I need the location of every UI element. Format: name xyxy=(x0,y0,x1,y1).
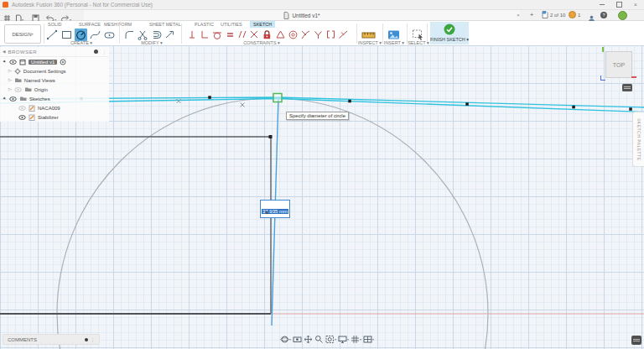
maximize-button[interactable] xyxy=(610,0,627,9)
y-axis-indicator xyxy=(602,47,604,52)
viewports-icon[interactable]: ▾ xyxy=(363,335,374,344)
curvature-constraint-icon[interactable] xyxy=(299,29,312,41)
line-tool-icon[interactable] xyxy=(46,29,59,41)
tab-utilities[interactable]: UTILITIES xyxy=(221,21,242,28)
grid-snaps-icon[interactable]: ▾ xyxy=(351,335,361,344)
bottom-right-panel-icon[interactable] xyxy=(631,336,641,345)
offset-tool-icon[interactable] xyxy=(150,29,163,41)
fit-icon[interactable]: ▾ xyxy=(325,335,336,344)
tree-item-label[interactable]: Untitled v1 xyxy=(29,60,57,65)
tree-item-named-views[interactable]: ▷ Named Views xyxy=(0,76,109,85)
sketch-palette-tab[interactable]: SKETCH PALETTE xyxy=(632,112,644,167)
document-tab[interactable]: Untitled v1* xyxy=(84,10,520,20)
equal-constraint-icon[interactable] xyxy=(224,29,236,41)
workspace-selector[interactable]: DESIGN▾ xyxy=(4,24,41,44)
trim-tool-icon[interactable] xyxy=(137,29,149,41)
rectangle-tool-icon[interactable] xyxy=(60,29,73,41)
browser-menu-icon[interactable]: ⋮ xyxy=(102,49,106,55)
visibility-eye-icon[interactable] xyxy=(18,115,26,120)
finish-check-icon xyxy=(444,23,455,35)
parallel-constraint-icon[interactable] xyxy=(236,29,249,41)
circle-tool-icon-active[interactable] xyxy=(75,29,87,41)
tab-surface[interactable]: SURFACE xyxy=(79,21,101,28)
browser-header[interactable]: ◀ BROWSER ⋮ xyxy=(0,47,109,57)
user-avatar[interactable] xyxy=(618,11,627,20)
tree-item-label[interactable]: Document Settings xyxy=(23,69,66,74)
collinear-constraint-icon[interactable] xyxy=(337,29,350,41)
tangent-constraint-icon[interactable] xyxy=(211,29,224,41)
fillet-tool-icon[interactable] xyxy=(123,29,136,41)
browser-options-icon[interactable] xyxy=(94,49,98,54)
symmetry-brackets-icon[interactable] xyxy=(325,29,337,41)
tab-mesh[interactable]: MESH xyxy=(104,21,117,28)
tree-item-label[interactable]: NACA009 xyxy=(38,106,60,111)
slot-tool-icon[interactable] xyxy=(103,29,116,41)
fix-lock-constraint-icon[interactable] xyxy=(261,29,273,41)
tab-plastic[interactable]: PLASTIC xyxy=(195,21,214,28)
orbit-icon[interactable]: ▾ xyxy=(280,335,291,344)
browser-title: BROWSER xyxy=(8,49,37,55)
line-endpoint[interactable] xyxy=(269,135,273,138)
minimize-button[interactable] xyxy=(594,0,610,9)
viewcube[interactable]: TOP xyxy=(605,51,632,78)
midpoint-constraint-icon[interactable] xyxy=(312,29,325,41)
pan-icon[interactable] xyxy=(304,335,313,344)
fusion360-window: Autodesk Fusion 360 (Personal - Not for … xyxy=(0,0,644,349)
visibility-eye-icon[interactable] xyxy=(9,96,17,102)
credits-badge[interactable]: 1 xyxy=(569,11,580,18)
horizontal-vertical-constraint-icon[interactable] xyxy=(186,29,199,41)
tree-item-label[interactable]: Named Views xyxy=(24,78,55,83)
visibility-eye-icon-dim[interactable] xyxy=(14,87,22,92)
new-tab-icon[interactable]: + xyxy=(527,10,536,20)
tree-item-origin[interactable]: ▷ Origin xyxy=(0,85,109,94)
measure-tool-icon[interactable] xyxy=(361,29,377,41)
visibility-eye-icon[interactable] xyxy=(9,60,17,65)
symmetry-constraint-icon[interactable] xyxy=(248,29,261,41)
visibility-eye-icon-dim[interactable] xyxy=(18,106,26,111)
triangle-constraint-icon[interactable] xyxy=(274,29,287,41)
tree-item-document-settings[interactable]: ▷ Document Settings xyxy=(0,66,109,76)
collapse-browser-icon[interactable]: ◀ xyxy=(3,49,5,54)
titlebar: Autodesk Fusion 360 (Personal - Not for … xyxy=(0,0,644,10)
component-icon xyxy=(19,59,26,65)
coincident-constraint-icon[interactable] xyxy=(199,29,211,41)
tree-item-sketches[interactable]: ▼ Sketches xyxy=(0,94,109,103)
finish-sketch-label: FINISH SKETCH ▾ xyxy=(430,37,469,42)
move-tool-icon[interactable] xyxy=(164,29,176,41)
look-at-icon[interactable] xyxy=(293,335,302,344)
viewcube-menu-icon[interactable] xyxy=(622,84,632,91)
close-button[interactable]: × xyxy=(627,0,644,9)
tree-item-stabilizer[interactable]: Stabilizer xyxy=(0,112,109,122)
activate-radio-icon[interactable] xyxy=(60,59,66,65)
tab-sheet-metal[interactable]: SHEET METAL xyxy=(149,21,181,28)
collapsed-icon[interactable]: ▷ xyxy=(8,78,12,82)
tab-sketch[interactable]: SKETCH xyxy=(250,21,275,28)
tree-item-root[interactable]: ▼ Untitled v1 xyxy=(0,57,109,66)
expand-icon[interactable]: ▼ xyxy=(2,96,8,102)
select-tool-icon[interactable] xyxy=(412,29,424,41)
zoom-icon[interactable] xyxy=(314,335,324,344)
collapsed-icon[interactable]: ▷ xyxy=(8,87,12,91)
dimension-input[interactable]: 37.935 mm xyxy=(260,200,290,218)
viewcube-face-label[interactable]: TOP xyxy=(613,62,625,68)
expand-icon[interactable]: ▼ xyxy=(2,59,8,65)
tree-item-label[interactable]: Stabilizer xyxy=(38,115,59,120)
help-button[interactable]: ? xyxy=(600,12,607,18)
job-status-badge[interactable]: 2 of 10 xyxy=(542,11,565,18)
tab-close-icon[interactable]: × xyxy=(514,10,522,20)
concentric-constraint-icon[interactable] xyxy=(287,29,299,41)
tab-form[interactable]: FORM xyxy=(118,21,132,28)
tree-item-naca009[interactable]: NACA009 xyxy=(0,103,109,112)
tab-solid[interactable]: SOLID xyxy=(48,21,62,28)
comments-expand-icon[interactable]: ⋮ xyxy=(91,337,95,342)
display-settings-icon[interactable]: ▾ xyxy=(338,335,349,344)
comments-bar[interactable]: COMMENTS ⋮ xyxy=(3,334,100,345)
tree-item-label[interactable]: Origin xyxy=(34,87,48,92)
collapsed-icon[interactable]: ▷ xyxy=(8,69,12,73)
job-status-label: 2 of 10 xyxy=(550,13,565,18)
finish-sketch-button[interactable]: FINISH SKETCH ▾ xyxy=(430,22,469,44)
insert-image-icon[interactable] xyxy=(387,29,400,41)
tree-item-label[interactable]: Sketches xyxy=(29,96,50,102)
spline-tool-icon[interactable] xyxy=(89,29,101,41)
browser-panel: ◀ BROWSER ⋮ ▼ Untitled v1 ▷ Document Set… xyxy=(0,47,109,122)
